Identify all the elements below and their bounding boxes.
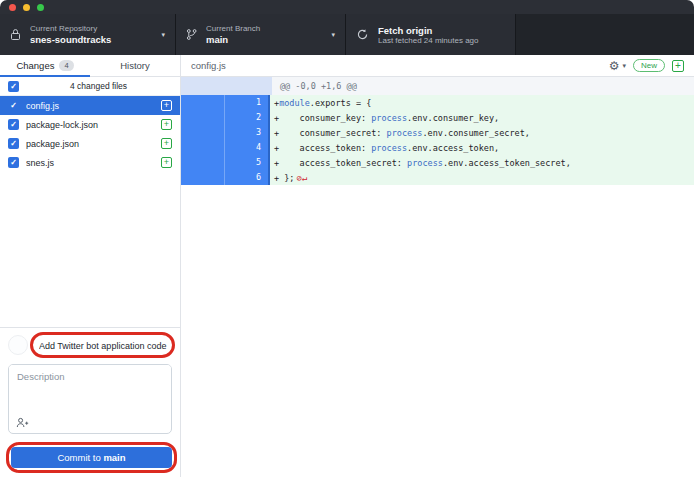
file-status-added-icon: + [161,138,172,149]
diff-body: @@ -0,0 +1,6 @@ 1+module.exports = {2+ c… [181,77,694,185]
file-include-checkbox[interactable]: ✓ [8,100,19,111]
hunk-gutter [181,77,272,95]
commit-summary-input[interactable] [33,337,172,355]
branch-dropdown-caret-icon: ▾ [331,31,335,39]
minimize-window-button[interactable] [23,4,30,11]
file-status-new-badge: New [633,59,665,72]
git-branch-icon [186,28,197,41]
repository-dropdown-caret-icon: ▾ [161,31,165,39]
current-repository-button[interactable]: Current Repository snes-soundtracks ▾ [0,14,176,55]
gear-icon: ⚙ [609,60,620,72]
diff-line: 5+ access_token_secret: process.env.acce… [181,155,694,170]
code-segment: process [371,143,407,153]
tab-changes-label: Changes [16,60,54,71]
commit-to-main-button[interactable]: Commit to main [11,447,172,468]
close-window-button[interactable] [9,4,16,11]
old-line-number [181,125,225,140]
fetch-origin-button[interactable]: Fetch origin Last fetched 24 minutes ago [346,14,516,55]
zoom-window-button[interactable] [37,4,44,11]
file-row-package.json[interactable]: ✓package.json+ [0,134,180,153]
diff-line-content: + consumer_secret: process.env.consumer_… [270,125,694,140]
select-all-checkbox[interactable]: ✓ [8,81,19,92]
diff-line-content: + access_token: process.env.access_token… [270,140,694,155]
hunk-header-text: @@ -0,0 +1,6 @@ [272,77,694,95]
file-row-package-lock.json[interactable]: ✓package-lock.json+ [0,115,180,134]
file-include-checkbox[interactable]: ✓ [8,119,19,130]
sidebar-spacer [0,172,180,327]
file-row-config.js[interactable]: ✓config.js+ [0,96,180,115]
current-repository-value: snes-soundtracks [30,34,157,45]
diff-file-name: config.js [191,60,609,71]
file-name: snes.js [26,158,154,168]
new-line-number: 5 [225,155,268,170]
diff-options-button[interactable]: ⚙ ▾ [609,60,626,72]
sync-icon [356,28,369,41]
diff-line-content: + consumer_key: process.env.consumer_key… [270,110,694,125]
file-added-icon: + [672,60,684,72]
commit-description-input[interactable] [9,365,171,417]
file-list: ✓config.js+✓package-lock.json+✓package.j… [0,96,180,172]
gear-caret-icon: ▾ [622,62,626,70]
code-segment: .env.access_token, [407,143,499,153]
changes-sidebar: Changes 4 History ✓ 4 changed files ✓con… [0,55,181,477]
diff-line-content: + access_token_secret: process.env.acces… [270,155,694,170]
commit-summary-row [8,332,175,358]
code-segment: .env.access_token_secret, [443,158,571,168]
new-line-number: 4 [225,140,268,155]
file-status-added-icon: + [161,100,172,111]
code-segment: + }; [274,173,294,183]
lock-icon [10,28,21,41]
old-line-number [181,170,225,185]
line-number-gutter[interactable]: 2 [181,110,270,125]
code-segment: module [279,98,310,108]
diff-line-content: + };⊘↵ [270,170,694,185]
diff-line: 2+ consumer_key: process.env.consumer_ke… [181,110,694,125]
line-number-gutter[interactable]: 4 [181,140,270,155]
sidebar-tabs: Changes 4 History [0,55,180,77]
code-segment: .env.consumer_key, [407,113,499,123]
tab-history-label: History [120,60,150,71]
new-line-number: 1 [225,95,268,110]
tab-changes[interactable]: Changes 4 [0,55,90,76]
no-newline-marker-icon: ⊘↵ [296,173,307,183]
titlebar [0,0,694,14]
line-number-gutter[interactable]: 6 [181,170,270,185]
commit-button-prefix: Commit to [57,452,103,463]
code-segment: process [371,113,407,123]
code-segment: .exports = { [310,98,371,108]
diff-header: config.js ⚙ ▾ New + [181,55,694,77]
add-coauthor-icon[interactable] [16,417,29,428]
fetch-origin-sublabel: Last fetched 24 minutes ago [378,36,505,45]
code-segment: + access_token: [274,143,371,153]
file-name: package.json [26,139,154,149]
code-segment: + access_token_secret: [274,158,407,168]
current-branch-button[interactable]: Current Branch main ▾ [176,14,346,55]
diff-panel: config.js ⚙ ▾ New + @@ -0,0 +1,6 @@ 1+mo… [181,55,694,477]
fetch-origin-label: Fetch origin [378,25,505,36]
line-number-gutter[interactable]: 5 [181,155,270,170]
code-segment: process [387,128,423,138]
new-line-number: 2 [225,110,268,125]
file-include-checkbox[interactable]: ✓ [8,157,19,168]
diff-line: 4+ access_token: process.env.access_toke… [181,140,694,155]
current-branch-value: main [206,34,327,45]
user-avatar [8,335,28,355]
tab-history[interactable]: History [90,55,180,76]
new-line-number: 3 [225,125,268,140]
commit-description-box [8,364,172,434]
code-segment: + consumer_secret: [274,128,387,138]
file-name: config.js [26,101,154,111]
diff-line: 3+ consumer_secret: process.env.consumer… [181,125,694,140]
old-line-number [181,95,225,110]
commit-button-annotation-highlight: Commit to main [6,442,177,473]
changed-files-header: ✓ 4 changed files [0,77,180,96]
file-status-added-icon: + [161,157,172,168]
commit-area: Commit to main [0,327,180,477]
hunk-header-row: @@ -0,0 +1,6 @@ [181,77,694,95]
file-include-checkbox[interactable]: ✓ [8,138,19,149]
line-number-gutter[interactable]: 1 [181,95,270,110]
old-line-number [181,110,225,125]
line-number-gutter[interactable]: 3 [181,125,270,140]
code-segment: process [407,158,443,168]
file-row-snes.js[interactable]: ✓snes.js+ [0,153,180,172]
